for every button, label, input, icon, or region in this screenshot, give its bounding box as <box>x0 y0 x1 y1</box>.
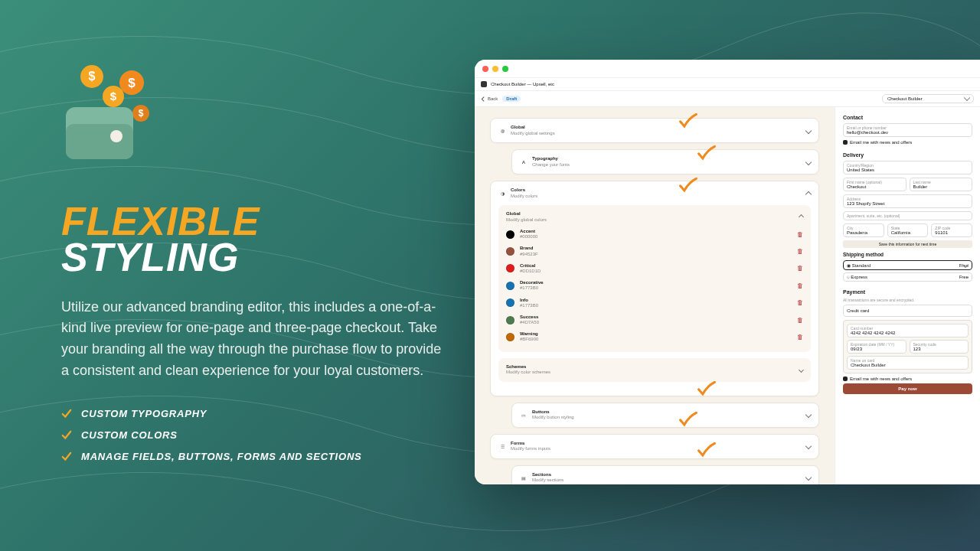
svg-point-10 <box>110 130 122 142</box>
color-row-success[interactable]: Success#4D7A50🗑 <box>506 311 803 328</box>
app-logo-icon <box>481 81 487 87</box>
color-row-critical[interactable]: Critical#DD1D1D🗑 <box>506 260 803 277</box>
chevron-down-icon <box>805 412 812 418</box>
hero-bullets: Custom Typography Custom Colors Manage F… <box>61 408 475 462</box>
app-window: Checkout Builder — Upsell, etc Back Draf… <box>475 60 980 484</box>
preview-firstname-field[interactable]: First name (optional)Checkout <box>843 178 906 191</box>
app-title: Checkout Builder — Upsell, etc <box>491 82 554 86</box>
chevron-down-icon <box>805 443 812 449</box>
traffic-min-icon[interactable] <box>492 66 498 72</box>
preview-card-cvc[interactable]: Security code123 <box>910 340 969 354</box>
color-swatch-icon <box>506 264 514 272</box>
preview-city-field[interactable]: CityPasadena <box>843 223 884 237</box>
svg-text:$: $ <box>110 90 117 103</box>
preview-contact-heading: Contact <box>843 115 972 120</box>
chevron-down-icon <box>805 474 812 481</box>
preview-news-checkbox[interactable]: Email me with news and offers <box>843 140 972 145</box>
typography-icon: A <box>520 158 528 166</box>
color-swatch-icon <box>506 230 514 239</box>
chevron-down-icon <box>805 158 812 165</box>
chevron-down-icon <box>805 127 812 133</box>
panel-forms[interactable]: ☰ FormsModify forms inputs <box>490 434 819 459</box>
color-row-decorative[interactable]: Decorative#1773B0🗑 <box>506 277 803 294</box>
preview-email-field[interactable]: Email or phone numberhello@checkout.dev <box>843 123 972 137</box>
panel-colors: ◑ ColorsModify colors GlobalModify globa… <box>490 181 819 396</box>
color-swatch-icon <box>506 247 514 256</box>
palette-icon: ◑ <box>498 190 506 197</box>
window-titlebar <box>475 60 980 78</box>
toolbar: Back Draft Checkout Builder <box>475 91 980 107</box>
color-swatch-icon <box>506 282 514 290</box>
delete-color-button[interactable]: 🗑 <box>797 334 803 341</box>
delete-color-button[interactable]: 🗑 <box>797 231 803 238</box>
chevron-down-icon <box>799 367 804 373</box>
panel-sections[interactable]: ▤ SectionsModify sections <box>511 465 819 484</box>
sections-icon: ▤ <box>520 474 528 481</box>
panel-typography[interactable]: A TypographyChange your fonts <box>511 149 819 174</box>
preview-state-field[interactable]: StateCalifornia <box>887 223 929 237</box>
svg-rect-9 <box>66 124 133 159</box>
chevron-left-icon <box>481 96 486 102</box>
preview-credit-card-option[interactable]: Credit card <box>843 305 972 317</box>
preview-pane: Contact Email or phone numberhello@check… <box>835 107 980 484</box>
button-icon: ▭ <box>520 411 528 419</box>
color-swatch-icon <box>506 316 514 324</box>
wallet-illustration: $ $ $ $ <box>61 60 153 167</box>
preview-lastname-field[interactable]: Last nameBuilder <box>910 178 973 191</box>
check-icon <box>61 452 72 462</box>
preview-ship-express[interactable]: ○ ExpressFree <box>843 272 972 282</box>
color-swatch-icon <box>506 333 514 341</box>
app-header: Checkout Builder — Upsell, etc <box>475 78 980 91</box>
colors-global-toggle[interactable]: GlobalModify global colors <box>506 211 803 223</box>
preview-country-select[interactable]: Country/RegionUnited States <box>843 161 972 174</box>
check-icon <box>61 409 72 419</box>
delete-color-button[interactable]: 🗑 <box>797 265 803 272</box>
traffic-close-icon[interactable] <box>482 66 488 72</box>
page-selector[interactable]: Checkout Builder <box>882 94 974 103</box>
svg-text:$: $ <box>139 108 144 119</box>
hero-body: Utilize our advanced branding editor, th… <box>61 297 444 383</box>
traffic-max-icon[interactable] <box>502 66 508 72</box>
preview-apt-field[interactable]: Apartment, suite, etc. (optional) <box>843 211 972 220</box>
preview-pay-button[interactable]: Pay now <box>843 383 972 394</box>
delete-color-button[interactable]: 🗑 <box>797 282 803 289</box>
colors-schemes-group[interactable]: SchemesModify color schemes <box>498 358 811 382</box>
check-icon <box>61 430 72 441</box>
delete-color-button[interactable]: 🗑 <box>797 317 803 324</box>
svg-text:$: $ <box>128 76 136 90</box>
color-row-brand[interactable]: Brand#94523F🗑 <box>506 243 803 259</box>
preview-delivery-heading: Delivery <box>843 152 972 158</box>
editor-panel: ◍ GlobalModify global settings A Typogra… <box>475 107 835 484</box>
back-button[interactable]: Back <box>481 96 498 102</box>
panel-colors-toggle[interactable]: ◑ ColorsModify colors <box>491 181 818 205</box>
status-badge: Draft <box>502 96 521 102</box>
panel-buttons[interactable]: ▭ ButtonsModify button styling <box>511 403 819 428</box>
color-row-info[interactable]: Info#1773B0🗑 <box>506 295 803 311</box>
preview-card-number[interactable]: Card number4242 4242 4242 4242 <box>847 324 969 337</box>
hero-title: Flexible Styling <box>61 204 475 276</box>
color-row-accent[interactable]: Accent#000000🗑 <box>506 226 803 243</box>
color-swatch-icon <box>506 298 514 307</box>
preview-card-name[interactable]: Name on cardCheckout Builder <box>847 356 969 370</box>
delete-color-button[interactable]: 🗑 <box>797 248 803 255</box>
svg-text:$: $ <box>89 70 96 83</box>
globe-icon: ◍ <box>498 127 506 135</box>
form-icon: ☰ <box>498 442 506 450</box>
delete-color-button[interactable]: 🗑 <box>797 299 803 306</box>
preview-zip-field[interactable]: ZIP code91101 <box>931 223 972 237</box>
panel-global[interactable]: ◍ GlobalModify global settings <box>490 118 819 143</box>
preview-shipping-heading: Shipping method <box>843 252 972 257</box>
chevron-up-icon <box>799 214 804 220</box>
preview-card-expiry[interactable]: Expiration date (MM / YY)09/23 <box>847 340 906 354</box>
preview-ship-standard[interactable]: ◉ StandardFree <box>843 260 972 270</box>
preview-news-checkbox-2[interactable]: Email me with news and offers <box>843 377 972 381</box>
preview-payment-heading: Payment <box>843 289 972 295</box>
color-row-warning[interactable]: Warning#BF6900🗑 <box>506 328 803 345</box>
chevron-up-icon <box>805 191 812 197</box>
preview-address-field[interactable]: Address123 Shopify Street <box>843 194 972 208</box>
preview-save-info[interactable]: Save this information for next time <box>843 240 972 248</box>
hero-copy: $ $ $ $ Flexible Styling Utilize our adv… <box>61 60 475 472</box>
colors-global-group: GlobalModify global colors Accent#000000… <box>498 205 811 352</box>
